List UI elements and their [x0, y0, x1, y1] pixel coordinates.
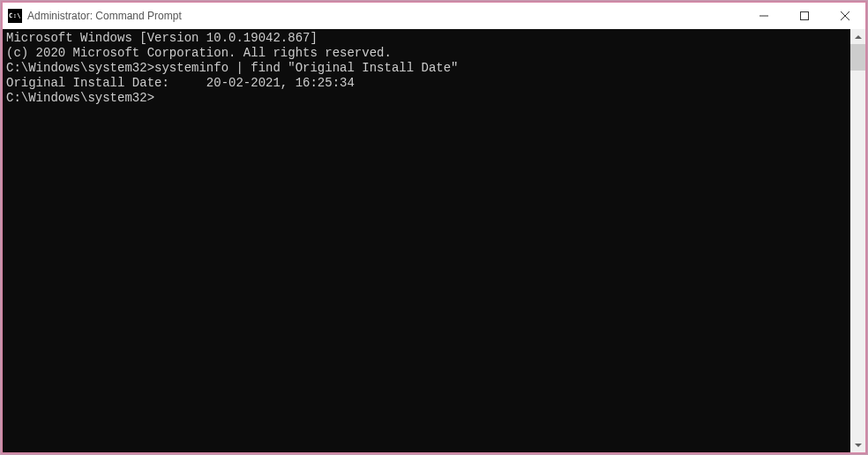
command-line: C:\Windows\system32>systeminfo | find "O…: [6, 61, 850, 76]
titlebar-buttons: [744, 3, 865, 29]
minimize-icon: [760, 11, 768, 20]
prompt-path: C:\Windows\system32>: [6, 91, 154, 105]
cursor: [154, 93, 161, 105]
scroll-down-button[interactable]: [850, 437, 865, 452]
cmd-icon: C:\: [8, 9, 22, 23]
terminal-output[interactable]: Microsoft Windows [Version 10.0.19042.86…: [3, 29, 850, 452]
chevron-up-icon: [855, 34, 862, 41]
close-button[interactable]: [825, 3, 865, 29]
copyright-line: (c) 2020 Microsoft Corporation. All righ…: [6, 46, 850, 61]
current-prompt-line: C:\Windows\system32>: [6, 91, 850, 106]
output-line: Original Install Date: 20-02-2021, 16:25…: [6, 76, 850, 91]
command-prompt-window: C:\ Administrator: Command Prompt Micros…: [2, 2, 866, 453]
svg-marker-5: [855, 444, 862, 447]
scroll-up-button[interactable]: [850, 29, 865, 44]
minimize-button[interactable]: [744, 3, 784, 29]
close-icon: [841, 11, 849, 20]
titlebar[interactable]: C:\ Administrator: Command Prompt: [3, 3, 865, 29]
scroll-thumb[interactable]: [850, 44, 865, 71]
vertical-scrollbar[interactable]: [850, 29, 865, 452]
entered-command: systeminfo | find "Original Install Date…: [154, 61, 458, 75]
version-line: Microsoft Windows [Version 10.0.19042.86…: [6, 31, 850, 46]
cmd-icon-label: C:\: [9, 12, 21, 19]
maximize-button[interactable]: [784, 3, 825, 29]
svg-rect-1: [801, 12, 809, 20]
maximize-icon: [800, 11, 809, 20]
chevron-down-icon: [855, 442, 862, 449]
client-area: Microsoft Windows [Version 10.0.19042.86…: [3, 29, 865, 452]
prompt-path: C:\Windows\system32>: [6, 61, 154, 75]
window-title: Administrator: Command Prompt: [27, 10, 182, 22]
svg-marker-4: [855, 35, 862, 39]
